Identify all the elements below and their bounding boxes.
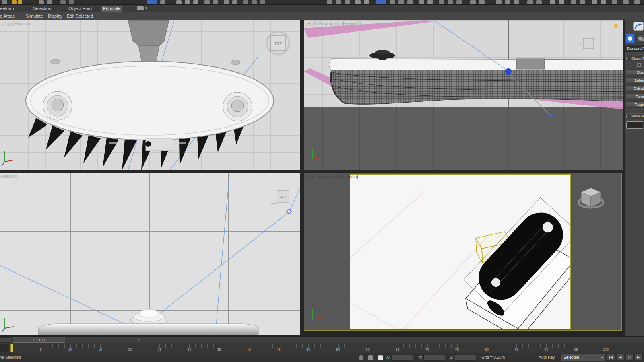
collapse-icon[interactable]: - bbox=[626, 115, 630, 118]
toolbar-icon[interactable] bbox=[376, 0, 386, 4]
toolbar-icon[interactable] bbox=[612, 0, 617, 4]
toolbar-icon[interactable] bbox=[69, 0, 74, 4]
toolbar-icon[interactable] bbox=[345, 0, 350, 4]
viewcube-top[interactable]: TOP bbox=[265, 30, 293, 58]
toolbar-icon[interactable] bbox=[634, 0, 640, 4]
current-frame-marker[interactable] bbox=[10, 344, 13, 352]
toolbar-icon[interactable] bbox=[185, 0, 190, 4]
object-type-torus-button[interactable]: Torus bbox=[626, 93, 644, 100]
toolbar-icon[interactable] bbox=[364, 0, 369, 4]
toolbar-icon[interactable] bbox=[390, 0, 395, 4]
time-slider-button[interactable]: 0 / 100 bbox=[13, 337, 65, 343]
tab-populate[interactable]: Populate bbox=[101, 6, 122, 12]
viewport-left-label[interactable]: [Left] [Realistic ] bbox=[0, 174, 20, 179]
shapes-category-icon[interactable] bbox=[636, 34, 644, 43]
toolbar-icon[interactable] bbox=[407, 0, 413, 4]
viewport-ortho-label[interactable]: [+] [Orthographic] [Realistic] bbox=[306, 21, 361, 26]
toolbar-icon[interactable] bbox=[448, 0, 453, 4]
playback-button-1[interactable]: ◀ bbox=[616, 354, 624, 361]
toolbar-icon[interactable] bbox=[193, 0, 198, 4]
selection-lock-pin-icon[interactable] bbox=[359, 355, 363, 360]
viewport-splitter-vertical[interactable] bbox=[300, 20, 304, 336]
toolbar-icon[interactable] bbox=[505, 0, 510, 4]
autogrid-checkbox[interactable] bbox=[637, 63, 641, 67]
viewport-orthographic[interactable]: [+] [Orthographic] [Realistic] bbox=[304, 20, 623, 170]
playback-button-3[interactable]: ▶| bbox=[635, 354, 643, 361]
collapse-icon[interactable]: - bbox=[626, 57, 630, 60]
toolbar-icon[interactable] bbox=[213, 0, 218, 4]
toolbar-icon[interactable] bbox=[571, 0, 576, 4]
object-type-teapot-button[interactable]: Teapot bbox=[626, 101, 644, 108]
x-coord-field[interactable] bbox=[391, 355, 413, 361]
toolbar-icon[interactable] bbox=[496, 0, 502, 4]
object-type-cylinder-button[interactable]: Cylinder bbox=[626, 85, 644, 92]
toolbar-icon[interactable] bbox=[60, 0, 66, 4]
selection-filter-dropdown[interactable]: Selected ▾ bbox=[561, 354, 605, 361]
viewport-top[interactable]: [Top] [Realistic ] bbox=[0, 20, 300, 170]
perspective-canvas[interactable] bbox=[350, 174, 571, 329]
viewport-splitter-horizontal[interactable] bbox=[0, 170, 623, 173]
toolbar-icon[interactable] bbox=[176, 0, 182, 4]
viewcube-left[interactable]: LEFT bbox=[269, 186, 293, 206]
toolbar-icon[interactable] bbox=[559, 0, 564, 4]
viewport-left[interactable]: [Left] [Realistic ] bbox=[0, 173, 300, 335]
auto-key-button[interactable]: Auto Key bbox=[539, 355, 555, 360]
tab-object-paint[interactable]: Object Paint bbox=[67, 6, 94, 12]
toolbar-icon[interactable] bbox=[419, 0, 424, 4]
viewport-perspective[interactable]: [+] [Perspective] [Realistic] bbox=[304, 173, 622, 331]
tab-freeform[interactable]: Freeform bbox=[0, 6, 16, 12]
create-tab-icon[interactable] bbox=[633, 22, 644, 31]
viewport-top-label[interactable]: [Top] [Realistic ] bbox=[2, 21, 34, 26]
display-button[interactable]: Display bbox=[48, 13, 62, 19]
edit-selected-button[interactable]: Edit Selected bbox=[67, 13, 93, 19]
toolbar-icon[interactable] bbox=[252, 0, 257, 4]
toolbar-icon[interactable] bbox=[2, 0, 7, 4]
time-slider-stub[interactable] bbox=[0, 337, 10, 343]
toolbar-icon[interactable] bbox=[550, 0, 555, 4]
toolbar-icon[interactable] bbox=[260, 0, 265, 4]
toolbar-icon[interactable] bbox=[623, 0, 629, 4]
toolbar-icon[interactable] bbox=[12, 0, 17, 4]
tab-selection[interactable]: Selection bbox=[31, 6, 53, 12]
toolbar-icon[interactable] bbox=[470, 0, 476, 4]
z-coord-field[interactable] bbox=[455, 355, 477, 361]
object-type-sphere-button[interactable]: Sphere bbox=[626, 77, 644, 84]
viewport-perspective-label[interactable]: [+] [Perspective] [Realistic] bbox=[306, 175, 358, 179]
viewcube-ortho[interactable] bbox=[579, 35, 598, 52]
y-coord-field[interactable] bbox=[423, 355, 445, 361]
primitive-category-dropdown[interactable]: Standard Primitives bbox=[625, 45, 644, 52]
toolbar-icon[interactable] bbox=[398, 0, 404, 4]
time-slider-track[interactable]: 0 / 100 x bbox=[0, 336, 644, 343]
ribbon-mini-icon[interactable] bbox=[137, 6, 144, 10]
playback-button-0[interactable]: |◀ bbox=[607, 354, 615, 361]
toolbar-icon[interactable] bbox=[336, 0, 341, 4]
toolbar-icon[interactable] bbox=[456, 0, 462, 4]
toolbar-icon[interactable] bbox=[147, 0, 157, 4]
object-type-rollout-header[interactable]: -Object Type bbox=[625, 56, 644, 61]
track-bar[interactable]: 5101520253035404550556065707580859095100 bbox=[0, 343, 644, 353]
slider-x-glyph[interactable]: x bbox=[138, 337, 140, 343]
object-name-field[interactable] bbox=[626, 121, 643, 129]
chevron-down-icon[interactable]: ▾ bbox=[145, 6, 147, 10]
toolbar-icon[interactable] bbox=[160, 0, 165, 4]
geometry-category-icon[interactable] bbox=[625, 34, 635, 43]
toolbar-icon[interactable] bbox=[427, 0, 433, 4]
toolbar-icon[interactable] bbox=[18, 0, 22, 4]
toolbar-icon[interactable] bbox=[527, 0, 533, 4]
toolbar-icon[interactable] bbox=[224, 0, 229, 4]
transform-mode-icon[interactable] bbox=[378, 355, 383, 360]
toolbar-icon[interactable] bbox=[243, 0, 248, 4]
simulate-button[interactable]: Simulate bbox=[26, 13, 43, 19]
toolbar-icon[interactable] bbox=[479, 0, 485, 4]
toolbar-icon[interactable] bbox=[514, 0, 519, 4]
toolbar-icon[interactable] bbox=[601, 0, 606, 4]
toolbar-icon[interactable] bbox=[204, 0, 210, 4]
toolbar-icon[interactable] bbox=[580, 0, 585, 4]
toolbar-icon[interactable] bbox=[355, 0, 361, 4]
name-color-rollout-header[interactable]: -Name and Color bbox=[625, 113, 644, 119]
toolbar-icon[interactable] bbox=[39, 0, 44, 4]
toolbar-icon[interactable] bbox=[439, 0, 444, 4]
toolbar-icon[interactable] bbox=[232, 0, 237, 4]
toolbar-icon[interactable] bbox=[47, 0, 52, 4]
object-type-box-button[interactable]: Box bbox=[626, 69, 644, 76]
